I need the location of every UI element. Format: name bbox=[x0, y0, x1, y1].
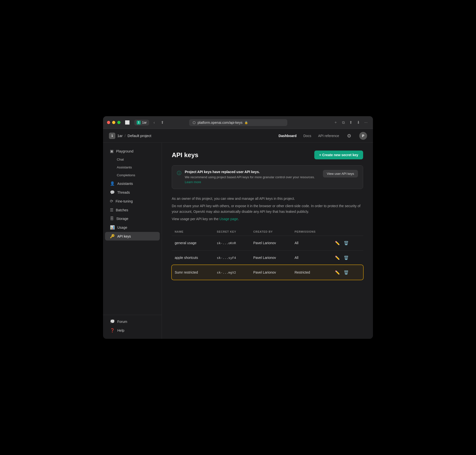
desc-line-1: As an owner of this project, you can vie… bbox=[172, 196, 363, 201]
key-created-by: Pavel Larionov bbox=[250, 236, 291, 250]
maximize-button[interactable] bbox=[117, 121, 120, 124]
key-created-by: Pavel Larionov bbox=[250, 250, 291, 265]
sidebar-label-help: Help bbox=[117, 329, 124, 332]
sidebar-item-chat[interactable]: Chat bbox=[105, 156, 160, 163]
nav-docs[interactable]: Docs bbox=[303, 134, 311, 138]
key-actions: ✏️ 🗑️ bbox=[331, 250, 363, 265]
sidebar-item-storage[interactable]: 🗄 Storage bbox=[105, 215, 160, 223]
address-bar[interactable]: ⬡ platform.openai.com/api-keys 🔒 bbox=[189, 119, 287, 126]
nav-api-reference[interactable]: API reference bbox=[318, 134, 339, 138]
org-name: 1ar bbox=[117, 134, 123, 138]
key-actions: ✏️ 🗑️ bbox=[331, 236, 363, 250]
sidebar-label-forum: Forum bbox=[117, 320, 127, 324]
sidebar-toggle-button[interactable]: ⬜ bbox=[123, 119, 131, 126]
sidebar-item-fine-tuning[interactable]: ⟳ Fine-tuning bbox=[105, 197, 160, 205]
avatar[interactable]: P bbox=[359, 132, 367, 140]
toolbar-actions: ＋ ⧉ ⬆ ⬇ ··· bbox=[332, 119, 369, 126]
key-secret: sk-...oKnR bbox=[214, 236, 251, 250]
col-created-by: CREATED BY bbox=[250, 228, 291, 236]
sidebar-item-usage[interactable]: 📊 Usage bbox=[105, 223, 160, 232]
lock-icon: 🔒 bbox=[244, 121, 248, 124]
assistants-icon: 👤 bbox=[110, 181, 115, 186]
delete-key-button[interactable]: 🗑️ bbox=[342, 269, 350, 276]
info-banner: ⓘ Project API keys have replaced user AP… bbox=[172, 165, 363, 189]
forum-icon: 💭 bbox=[110, 319, 115, 324]
download-button[interactable]: ⬇ bbox=[355, 119, 361, 126]
sidebar-section-main: ▣ Playground Chat Assistants Completions… bbox=[103, 147, 162, 241]
delete-key-button[interactable]: 🗑️ bbox=[342, 254, 350, 261]
delete-key-button[interactable]: 🗑️ bbox=[342, 240, 350, 246]
banner-text: Project API keys have replaced user API … bbox=[185, 170, 319, 184]
sidebar-item-completions[interactable]: Completions bbox=[105, 171, 160, 179]
nav-dashboard[interactable]: Dashboard bbox=[278, 134, 296, 138]
key-permissions: Restricted bbox=[291, 265, 331, 280]
key-actions: ✏️ 🗑️ bbox=[331, 265, 363, 280]
col-secret-key: SECRET KEY bbox=[214, 228, 251, 236]
table-body: general usage sk-...oKnR Pavel Larionov … bbox=[172, 236, 363, 280]
api-keys-icon: 🔑 bbox=[110, 234, 115, 239]
tab-label: 1ar bbox=[142, 121, 147, 124]
tab-overview-button[interactable]: ⧉ bbox=[341, 119, 346, 126]
sidebar-item-forum[interactable]: 💭 Forum bbox=[105, 317, 160, 326]
header-nav: Dashboard Docs API reference ⚙ P bbox=[278, 132, 367, 140]
page-header: API keys + Create new secret key bbox=[172, 151, 363, 159]
sidebar-label-batches: Batches bbox=[116, 208, 128, 212]
col-permissions: PERMISSIONS bbox=[291, 228, 331, 236]
browser-tab[interactable]: 1 1ar bbox=[134, 120, 149, 126]
col-name: NAME bbox=[172, 228, 214, 236]
stack-icon[interactable]: ⬆ bbox=[159, 119, 165, 126]
breadcrumb-separator: / bbox=[125, 134, 126, 138]
key-name: Sumr restricted bbox=[172, 265, 214, 280]
sidebar-label-usage: Usage bbox=[117, 226, 127, 229]
usage-page-link[interactable]: Usage page bbox=[219, 217, 238, 221]
sidebar-item-assistants-sub[interactable]: Assistants bbox=[105, 164, 160, 171]
sidebar-label-api-keys: API keys bbox=[117, 234, 131, 238]
more-button[interactable]: ··· bbox=[363, 119, 369, 126]
key-created-by: Pavel Larionov bbox=[250, 265, 291, 280]
edit-key-button[interactable]: ✏️ bbox=[333, 269, 341, 276]
key-permissions: All bbox=[291, 236, 331, 250]
sidebar-item-playground[interactable]: ▣ Playground bbox=[105, 147, 160, 155]
fine-tuning-icon: ⟳ bbox=[110, 199, 113, 203]
create-secret-key-button[interactable]: + Create new secret key bbox=[314, 151, 363, 159]
api-keys-table: NAME SECRET KEY CREATED BY PERMISSIONS g… bbox=[172, 228, 363, 280]
share-button[interactable]: ⬆ bbox=[348, 119, 354, 126]
key-name: general usage bbox=[172, 236, 214, 250]
project-name: Default project bbox=[128, 134, 151, 138]
sidebar-item-batches[interactable]: ☰ Batches bbox=[105, 206, 160, 214]
banner-title: Project API keys have replaced user API … bbox=[185, 170, 319, 174]
batches-icon: ☰ bbox=[110, 208, 113, 212]
table-row: apple shortcuts sk-...syF4 Pavel Lariono… bbox=[172, 250, 363, 265]
page-title: API keys bbox=[172, 151, 198, 159]
playground-icon: ▣ bbox=[110, 149, 114, 153]
description-block: As an owner of this project, you can vie… bbox=[172, 196, 363, 222]
edit-key-button[interactable]: ✏️ bbox=[333, 240, 341, 246]
sidebar-item-api-keys[interactable]: 🔑 API keys bbox=[105, 232, 160, 240]
back-button[interactable]: ‹ bbox=[152, 119, 156, 126]
key-secret: sk-...mgV2 bbox=[214, 265, 251, 280]
sidebar-item-help[interactable]: ❓ Help bbox=[105, 326, 160, 335]
sidebar-item-threads[interactable]: 💬 Threads bbox=[105, 188, 160, 197]
learn-more-link[interactable]: Learn more bbox=[185, 180, 201, 184]
new-tab-button[interactable]: ＋ bbox=[332, 119, 339, 126]
key-name: apple shortcuts bbox=[172, 250, 214, 265]
minimize-button[interactable] bbox=[112, 121, 115, 124]
sidebar-label-storage: Storage bbox=[116, 217, 128, 221]
close-button[interactable] bbox=[107, 121, 110, 124]
app-body: ▣ Playground Chat Assistants Completions… bbox=[103, 143, 373, 339]
sidebar-label-completions: Completions bbox=[117, 173, 135, 177]
table-row: general usage sk-...oKnR Pavel Larionov … bbox=[172, 236, 363, 250]
site-favicon: ⬡ bbox=[193, 121, 196, 125]
desc-line-2: Do not share your API key with others, o… bbox=[172, 203, 363, 214]
help-icon: ❓ bbox=[110, 328, 115, 333]
sidebar-bottom: 💭 Forum ❓ Help bbox=[103, 315, 162, 335]
sidebar-item-assistants[interactable]: 👤 Assistants bbox=[105, 179, 160, 188]
sidebar-label-assistants-sub: Assistants bbox=[117, 165, 132, 169]
view-user-api-keys-button[interactable]: View user API keys bbox=[323, 170, 358, 177]
sidebar-label-threads: Threads bbox=[117, 190, 130, 194]
settings-button[interactable]: ⚙ bbox=[346, 132, 352, 140]
browser-window: ⬜ 1 1ar ‹ ⬆ ⬡ platform.openai.com/api-ke… bbox=[103, 116, 373, 339]
url-text: platform.openai.com/api-keys bbox=[198, 121, 242, 125]
table-header: NAME SECRET KEY CREATED BY PERMISSIONS bbox=[172, 228, 363, 236]
edit-key-button[interactable]: ✏️ bbox=[333, 254, 341, 261]
